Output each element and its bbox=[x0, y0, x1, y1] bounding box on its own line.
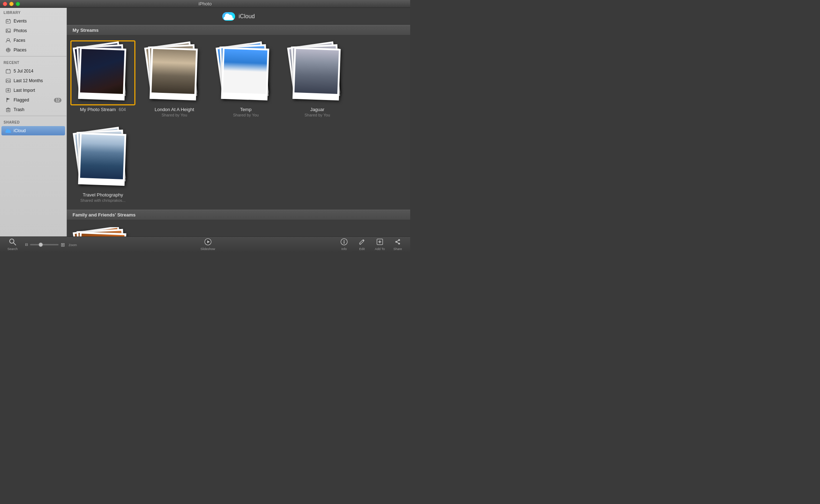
places-icon bbox=[5, 47, 11, 53]
shared-section-header: SHARED bbox=[0, 118, 66, 126]
recent-section-header: RECENT bbox=[0, 58, 66, 66]
events-icon bbox=[5, 18, 11, 24]
flagged-label: Flagged bbox=[14, 98, 29, 103]
maximize-button[interactable] bbox=[16, 2, 20, 6]
events-label: Events bbox=[14, 19, 27, 24]
stream-item-jaguar[interactable]: Jaguar Shared by You bbox=[287, 43, 348, 117]
edit-icon bbox=[358, 238, 366, 246]
stream-name-temp: Temp bbox=[240, 107, 252, 112]
icloud-header-icon bbox=[222, 12, 235, 21]
sidebar-item-photos[interactable]: Photos bbox=[1, 26, 65, 35]
svg-rect-4 bbox=[8, 21, 9, 22]
stream-subtitle-jaguar: Shared by You bbox=[304, 113, 330, 117]
stream-subtitle-london: Shared by You bbox=[161, 113, 187, 117]
info-label: Info bbox=[342, 247, 347, 251]
minimize-button[interactable] bbox=[9, 2, 14, 6]
traffic-lights bbox=[3, 2, 20, 6]
search-icon bbox=[9, 238, 16, 246]
svg-line-26 bbox=[14, 243, 16, 245]
share-toolbar-item[interactable]: Share bbox=[389, 238, 407, 251]
icloud-sidebar-icon bbox=[5, 128, 11, 134]
add-to-label: Add To bbox=[375, 247, 385, 251]
flagged-badge: 12 bbox=[54, 98, 61, 103]
faces-label: Faces bbox=[14, 38, 25, 43]
svg-point-6 bbox=[7, 30, 8, 30]
lastimport-label: Last Import bbox=[14, 88, 35, 93]
svg-point-36 bbox=[398, 239, 400, 241]
zoom-label: Zoom bbox=[69, 243, 77, 247]
zoom-slider-thumb[interactable] bbox=[39, 243, 43, 247]
edit-toolbar-item[interactable]: Edit bbox=[353, 238, 371, 251]
divider-2 bbox=[0, 116, 66, 116]
event-5jul-icon bbox=[5, 68, 11, 74]
stream-item-my-photo-stream[interactable]: My Photo Stream 604 bbox=[73, 43, 133, 117]
svg-rect-5 bbox=[6, 29, 10, 33]
my-streams-section-header: My Streams bbox=[67, 25, 410, 35]
sidebar-item-flagged[interactable]: Flagged 12 bbox=[1, 95, 65, 105]
places-label: Places bbox=[14, 48, 26, 53]
slideshow-label: Slideshow bbox=[200, 247, 215, 251]
last12months-label: Last 12 Months bbox=[14, 78, 43, 83]
slideshow-icon bbox=[204, 238, 212, 246]
share-icon bbox=[394, 238, 401, 246]
selected-border bbox=[70, 40, 135, 105]
sidebar: LIBRARY Events Photos Faces Places bbox=[0, 8, 67, 236]
sidebar-item-places[interactable]: Places bbox=[1, 45, 65, 55]
sidebar-item-last12months[interactable]: Last 12 Months bbox=[1, 76, 65, 85]
zoom-slider[interactable] bbox=[30, 244, 59, 245]
photos-label: Photos bbox=[14, 28, 27, 33]
stream-name-london: London At A Height bbox=[155, 107, 194, 112]
svg-point-25 bbox=[10, 239, 14, 243]
svg-rect-3 bbox=[7, 21, 8, 22]
icloud-header-title: iCloud bbox=[239, 13, 255, 20]
add-to-toolbar-item[interactable]: Add To bbox=[371, 238, 389, 251]
my-streams-grid: My Photo Stream 604 London A bbox=[67, 35, 410, 210]
svg-rect-21 bbox=[8, 108, 9, 109]
search-label: Search bbox=[8, 247, 18, 251]
faces-icon bbox=[5, 37, 11, 44]
info-icon bbox=[341, 238, 348, 246]
slideshow-toolbar-item[interactable]: Slideshow bbox=[197, 238, 219, 251]
icloud-sidebar-label: iCloud bbox=[14, 128, 26, 133]
5jul2014-label: 5 Jul 2014 bbox=[14, 69, 33, 74]
stream-item-food[interactable] bbox=[73, 227, 133, 236]
edit-label: Edit bbox=[359, 247, 365, 251]
sidebar-item-trash[interactable]: Trash bbox=[1, 105, 65, 114]
trash-label: Trash bbox=[14, 107, 24, 112]
svg-rect-12 bbox=[6, 70, 10, 73]
zoom-small-icon: ⊟ bbox=[25, 243, 28, 246]
info-toolbar-item[interactable]: Info bbox=[335, 238, 353, 251]
stream-item-temp[interactable]: Temp Shared by You bbox=[215, 43, 276, 117]
content-area: iCloud My Streams bbox=[67, 8, 410, 236]
photos-icon bbox=[5, 28, 11, 34]
svg-rect-15 bbox=[6, 79, 10, 83]
stream-subtitle-travel: Shared with chrisprakos... bbox=[80, 198, 126, 203]
sidebar-item-icloud[interactable]: iCloud bbox=[1, 126, 65, 135]
sidebar-item-5jul2014[interactable]: 5 Jul 2014 bbox=[1, 66, 65, 76]
share-label: Share bbox=[393, 247, 402, 251]
stream-name-my-photo-stream: My Photo Stream bbox=[80, 107, 116, 112]
lastimport-icon bbox=[5, 87, 11, 94]
stream-name-jaguar: Jaguar bbox=[310, 107, 324, 112]
sidebar-item-lastimport[interactable]: Last Import bbox=[1, 86, 65, 95]
close-button[interactable] bbox=[3, 2, 7, 6]
stream-item-london[interactable]: London At A Height Shared by You bbox=[144, 43, 205, 117]
library-section-header: LIBRARY bbox=[0, 8, 66, 16]
icloud-header: iCloud bbox=[67, 8, 410, 25]
family-friends-section-header: Family and Friends' Streams bbox=[67, 210, 410, 220]
toolbar: Search ⊟ ⊞ Zoom Slideshow Info Edit bbox=[0, 236, 410, 252]
add-to-icon bbox=[376, 238, 383, 246]
sidebar-item-events[interactable]: Events bbox=[1, 16, 65, 26]
svg-point-30 bbox=[344, 240, 344, 241]
stream-count-my-photo-stream: 604 bbox=[119, 107, 126, 112]
flagged-icon bbox=[5, 97, 11, 103]
svg-point-38 bbox=[396, 241, 397, 243]
last12months-icon bbox=[5, 78, 11, 84]
app-body: LIBRARY Events Photos Faces Places bbox=[0, 8, 410, 236]
sidebar-item-faces[interactable]: Faces bbox=[1, 36, 65, 45]
search-toolbar-item[interactable]: Search bbox=[4, 238, 21, 251]
stream-item-travel[interactable]: Travel Photography Shared with chrisprak… bbox=[73, 128, 133, 203]
stream-subtitle-temp: Shared by You bbox=[233, 113, 259, 117]
divider-1 bbox=[0, 56, 66, 56]
family-friends-grid bbox=[67, 220, 410, 236]
